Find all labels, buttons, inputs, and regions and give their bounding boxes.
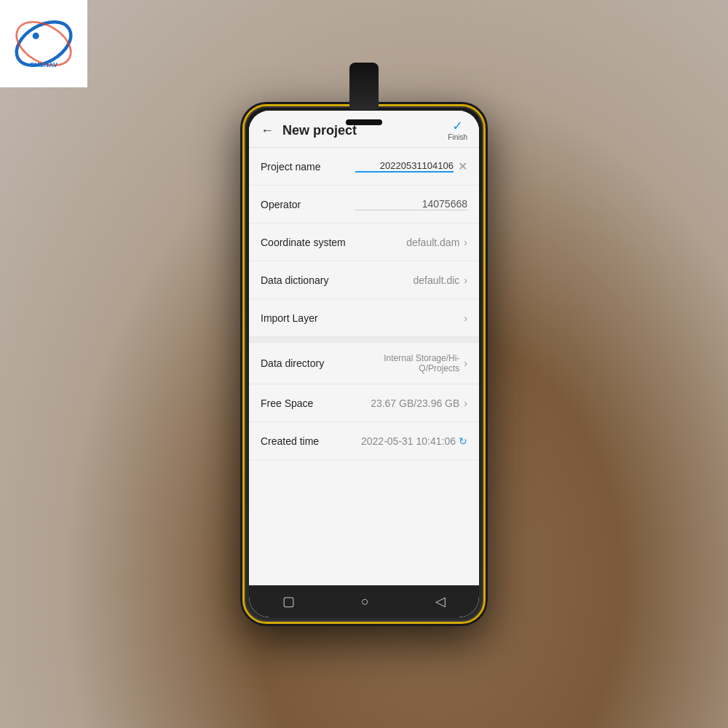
speaker-slot bbox=[346, 119, 382, 125]
data-directory-value: Internal Storage/Hi-Q/Projects bbox=[355, 353, 459, 373]
import-layer-row[interactable]: Import Layer › bbox=[249, 299, 479, 337]
operator-label: Operator bbox=[261, 199, 355, 210]
data-dictionary-chevron-icon: › bbox=[464, 274, 467, 286]
finish-label: Finish bbox=[448, 133, 467, 141]
mobile-device: ← New project ✓ Finish Project name 2022… bbox=[240, 102, 488, 626]
data-dictionary-label: Data dictionary bbox=[261, 274, 355, 286]
import-layer-label: Import Layer bbox=[261, 312, 355, 324]
nav-bar: ▢ ○ ◁ bbox=[249, 585, 479, 617]
data-dictionary-row[interactable]: Data dictionary default.dic › bbox=[249, 261, 479, 299]
data-dictionary-value: default.dic bbox=[355, 274, 459, 286]
antenna bbox=[349, 63, 379, 110]
project-name-clear-icon[interactable]: ✕ bbox=[458, 159, 467, 173]
data-directory-label: Data directory bbox=[261, 357, 355, 369]
created-time-value: 2022-05-31 10:41:06 bbox=[355, 435, 456, 447]
app-header: ← New project ✓ Finish bbox=[249, 111, 479, 148]
free-space-label: Free Space bbox=[261, 397, 355, 409]
free-space-row[interactable]: Free Space 23.67 GB/23.96 GB › bbox=[249, 384, 479, 422]
nav-circle-icon[interactable]: ○ bbox=[361, 594, 369, 609]
operator-row[interactable]: Operator 14075668 bbox=[249, 186, 479, 223]
refresh-icon[interactable]: ↻ bbox=[459, 435, 467, 447]
coordinate-system-chevron-icon: › bbox=[464, 237, 467, 248]
back-button[interactable]: ← bbox=[261, 123, 274, 138]
nav-square-icon[interactable]: ▢ bbox=[282, 593, 295, 609]
coordinate-system-value: default.dam bbox=[355, 237, 459, 248]
coordinate-system-row[interactable]: Coordinate system default.dam › bbox=[249, 223, 479, 261]
operator-value[interactable]: 14075668 bbox=[355, 198, 467, 210]
device-screen: ← New project ✓ Finish Project name 2022… bbox=[249, 111, 479, 617]
svg-text:CHCNAV: CHCNAV bbox=[30, 61, 58, 68]
finish-check-icon: ✓ bbox=[452, 119, 463, 132]
nav-triangle-icon[interactable]: ◁ bbox=[435, 593, 446, 609]
separator bbox=[249, 337, 479, 343]
project-name-value[interactable]: 20220531104106 bbox=[355, 160, 454, 173]
project-name-row[interactable]: Project name 20220531104106 ✕ bbox=[249, 148, 479, 186]
free-space-value: 23.67 GB/23.96 GB bbox=[355, 397, 459, 409]
free-space-chevron-icon: › bbox=[464, 397, 467, 409]
data-directory-chevron-icon: › bbox=[464, 357, 467, 369]
created-time-label: Created time bbox=[261, 435, 355, 447]
project-name-label: Project name bbox=[261, 161, 355, 173]
import-layer-chevron-icon: › bbox=[464, 312, 467, 324]
data-directory-row[interactable]: Data directory Internal Storage/Hi-Q/Pro… bbox=[249, 343, 479, 384]
finish-button[interactable]: ✓ Finish bbox=[448, 119, 467, 141]
company-logo: CHCNAV bbox=[0, 0, 87, 87]
svg-point-2 bbox=[33, 33, 39, 39]
form-content: Project name 20220531104106 ✕ Operator 1… bbox=[249, 148, 479, 585]
created-time-row[interactable]: Created time 2022-05-31 10:41:06 ↻ bbox=[249, 422, 479, 460]
coordinate-system-label: Coordinate system bbox=[261, 237, 355, 248]
